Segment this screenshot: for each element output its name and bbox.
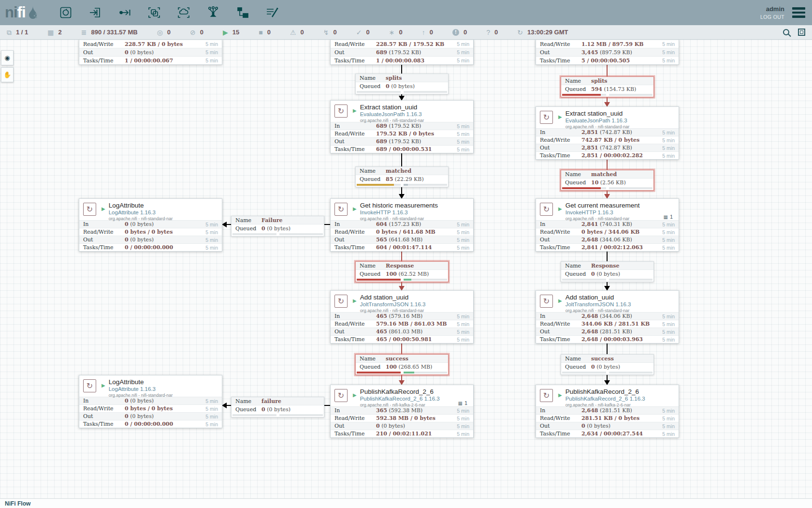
processor-node[interactable]: ↻ ▶ Extract station_uuid EvaluateJsonPat… xyxy=(330,100,474,153)
processor-header: ↻ ▶ Extract station_uuid EvaluateJsonPat… xyxy=(536,107,679,128)
remote-process-group-icon[interactable] xyxy=(175,4,192,21)
queued-value: 594 (154.73 KB) xyxy=(591,86,636,92)
backpressure-bars xyxy=(561,278,653,282)
connection-name-row: Name Response xyxy=(561,262,653,270)
process-group-icon[interactable] xyxy=(146,4,162,21)
connection-label[interactable]: Name failure Queued 0 (0 bytes) xyxy=(231,397,324,418)
stat-label: In xyxy=(540,129,581,135)
breadcrumb-root[interactable]: NiFi Flow xyxy=(5,500,30,507)
stat-row: Read/Write 592.38 MB / 0 bytes 5 min xyxy=(331,414,473,422)
stat-label: Tasks/Time xyxy=(540,336,581,343)
stat-label: Tasks/Time xyxy=(334,431,376,437)
stat-window: 5 min xyxy=(205,406,218,412)
stat-label: Out xyxy=(334,237,376,243)
stat-value: 0 (0 bytes) xyxy=(581,423,610,429)
connection-label[interactable]: Name matched Queued 85 (22.29 KB) xyxy=(355,166,449,187)
connection-label[interactable]: Name success Queued 0 (0 bytes) xyxy=(561,354,654,375)
stat-value: 2,841 (740.31 KB) xyxy=(581,221,632,227)
user-block: admin LOG OUT xyxy=(760,5,784,20)
stat-window: 5 min xyxy=(457,408,469,414)
stat-window: 5 min xyxy=(457,147,469,152)
stat-row: In 0 (0 bytes) 5 min xyxy=(79,397,222,404)
flow-canvas[interactable]: ◉ ✋ Name splits xyxy=(0,40,812,498)
processor-type: JoltTransformJSON 1.16.3 xyxy=(566,301,631,307)
processor-node[interactable]: ↻ ▶ LogAttribute LogAttribute 1.16.3 org… xyxy=(79,375,222,428)
processor-type: InvokeHTTP 1.16.3 xyxy=(360,209,438,215)
stat-row: In 604 (157.23 KB) 5 min xyxy=(331,220,473,228)
stat-window: 5 min xyxy=(457,245,469,251)
stat-row: In 2,841 (740.31 KB) 5 min xyxy=(536,220,679,228)
processor-node[interactable]: ↻ ▶ Get current measurement InvokeHTTP 1… xyxy=(536,198,679,252)
processor-bundle: org.apache.nifi - nifi-kafka-2-6-nar xyxy=(360,403,440,407)
processor-node[interactable]: ↻ ▶ PublishKafkaRecord_2_6 PublishKafkaR… xyxy=(330,385,474,438)
stat-value: 604 / 00:01:47.114 xyxy=(376,244,432,251)
stat-window: 5 min xyxy=(457,222,469,227)
funnel-icon[interactable] xyxy=(205,4,221,21)
stat-label: In xyxy=(540,313,581,319)
settings-icon[interactable] xyxy=(798,29,805,36)
relationship-name: success xyxy=(591,356,614,362)
stat-row: Read/Write 281.51 KB / 0 bytes 5 min xyxy=(536,414,679,422)
logout-link[interactable]: LOG OUT xyxy=(760,14,784,20)
processor-stamp-icon: ↻ xyxy=(334,105,348,118)
processor-node[interactable]: ↻ ▶ PublishKafkaRecord_2_6 PublishKafkaR… xyxy=(536,385,679,438)
processor-stamp-icon: ↻ xyxy=(83,203,96,216)
queued-label: Queued xyxy=(565,86,591,92)
processor-node-partial[interactable]: Read/Write 1.12 MB / 897.59 KB 5 min Out… xyxy=(536,40,679,65)
input-port-icon[interactable] xyxy=(87,4,103,21)
search-icon[interactable] xyxy=(783,29,789,35)
processor-node[interactable]: ↻ ▶ LogAttribute LogAttribute 1.16.3 org… xyxy=(79,198,222,252)
stat-window: 5 min xyxy=(205,222,218,227)
stat-value: 0 (0 bytes) xyxy=(125,413,154,419)
object-threshold-bar xyxy=(232,233,276,235)
connection-label[interactable]: Name splits Queued 594 (154.73 KB) xyxy=(561,76,654,97)
stat-value: 0 / 00:00:00.000 xyxy=(125,244,173,251)
stat-row: Out 689 (179.52 KB) 5 min xyxy=(331,137,473,145)
palette-button[interactable]: ◉ xyxy=(1,50,14,65)
stat-label: In xyxy=(540,407,581,414)
stat-row: In 465 (579.16 MB) 5 min xyxy=(331,312,473,320)
stat-label: In xyxy=(540,221,581,227)
template-icon[interactable] xyxy=(234,4,251,21)
name-label: Name xyxy=(235,217,261,224)
status-item: ▦ 2 xyxy=(47,29,61,36)
stat-window: 5 min xyxy=(457,237,469,243)
queued-label: Queued xyxy=(235,225,261,232)
object-threshold-bar xyxy=(562,279,606,281)
connection-label[interactable]: Name success Queued 100 (268.65 MB) xyxy=(355,354,449,375)
size-threshold-bar xyxy=(279,414,323,416)
connection-label[interactable]: Name matched Queued 10 (2.56 KB) xyxy=(561,170,654,191)
processor-node[interactable]: ↻ ▶ Add station_uuid JoltTransformJSON 1… xyxy=(330,290,474,344)
label-icon[interactable] xyxy=(264,4,280,21)
processor-bundle: org.apache.nifi - nifi-standard-nar xyxy=(109,216,173,221)
stat-label: Out xyxy=(334,329,376,335)
connection-label[interactable]: Name Response Queued 0 (0 bytes) xyxy=(561,261,654,282)
processor-node-partial[interactable]: Read/Write 228.57 KB / 0 bytes 5 min Out… xyxy=(79,40,222,65)
global-menu-icon[interactable] xyxy=(792,5,805,20)
processor-node[interactable]: ↻ ▶ Get historic measurements InvokeHTTP… xyxy=(330,198,474,252)
processor-icon[interactable] xyxy=(58,4,74,21)
queued-label: Queued xyxy=(565,271,591,277)
status-value: 2 xyxy=(58,29,62,36)
stat-row: Read/Write 0 bytes / 0 bytes 5 min xyxy=(79,228,222,236)
connection-label[interactable]: Name Failure Queued 0 (0 bytes) xyxy=(231,216,324,237)
stat-row: Out 2,648 (344.06 KB) 5 min xyxy=(536,236,679,243)
stat-value: 592.38 MB / 0 bytes xyxy=(376,415,435,421)
connection-arrowhead-icon xyxy=(222,403,227,408)
palette-button[interactable]: ✋ xyxy=(1,67,14,82)
stat-value: 228.57 KB / 0 bytes xyxy=(125,41,183,47)
refresh-icon[interactable]: ↻ xyxy=(517,29,523,36)
connection-label[interactable]: Name Response Queued 100 (62.52 MB) xyxy=(355,261,449,282)
stat-value: 2,851 (742.87 KB) xyxy=(581,129,632,135)
connection-label[interactable]: Name splits Queued 0 (0 bytes) xyxy=(355,74,449,94)
stat-row: Out 0 (0 bytes) 5 min xyxy=(79,236,222,243)
queued-value: 100 (62.52 MB) xyxy=(386,271,429,277)
processor-node[interactable]: ↻ ▶ Add station_uuid JoltTransformJSON 1… xyxy=(536,290,679,344)
processor-node-partial[interactable]: Read/Write 228.57 KB / 179.52 KB 5 min O… xyxy=(330,40,474,65)
output-port-icon[interactable] xyxy=(116,4,133,21)
stat-row: In 365 (592.38 MB) 5 min xyxy=(331,406,473,414)
stat-window: 5 min xyxy=(205,229,218,235)
processor-type: InvokeHTTP 1.16.3 xyxy=(566,209,640,215)
processor-name: PublishKafkaRecord_2_6 xyxy=(566,388,645,395)
processor-node[interactable]: ↻ ▶ Extract station_uuid EvaluateJsonPat… xyxy=(536,106,679,160)
